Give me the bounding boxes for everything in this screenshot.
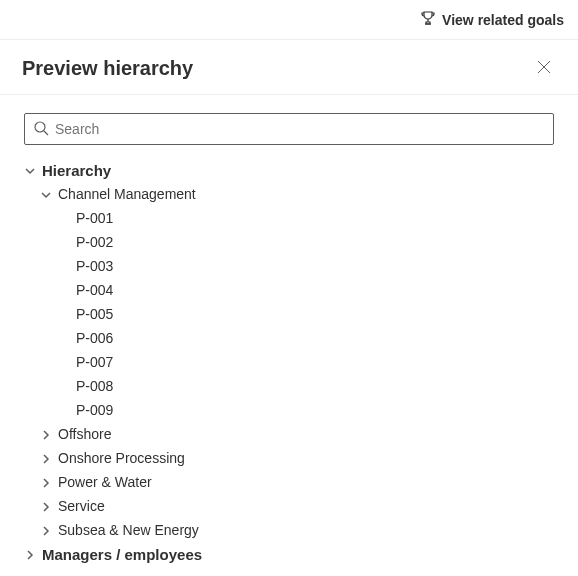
- close-icon: [537, 60, 551, 77]
- chevron-right-icon: [40, 502, 52, 512]
- chevron-right-icon: [40, 454, 52, 464]
- tree-leaf-label: P-006: [76, 327, 113, 351]
- tree-leaf[interactable]: P-007: [24, 351, 554, 375]
- tree-leaf-label: P-008: [76, 375, 113, 399]
- tree-leaf-label: P-003: [76, 255, 113, 279]
- tree-leaf[interactable]: P-009: [24, 399, 554, 423]
- tree-leaf-label: P-001: [76, 207, 113, 231]
- tree-root-managers-employees[interactable]: Managers / employees: [24, 543, 554, 567]
- tree-leaf[interactable]: P-006: [24, 327, 554, 351]
- tree-group-channel-management[interactable]: Channel Management: [24, 183, 554, 207]
- search-input[interactable]: [55, 121, 545, 137]
- chevron-right-icon: [40, 526, 52, 536]
- search-icon: [33, 120, 49, 139]
- tree-leaf[interactable]: P-002: [24, 231, 554, 255]
- tree-leaf[interactable]: P-004: [24, 279, 554, 303]
- tree-root-hierarchy[interactable]: Hierarchy: [24, 159, 554, 183]
- tree-group-onshore-processing[interactable]: Onshore Processing: [24, 447, 554, 471]
- tree-group-label: Subsea & New Energy: [58, 519, 199, 543]
- tree-group-subsea-new-energy[interactable]: Subsea & New Energy: [24, 519, 554, 543]
- tree-leaf-label: P-004: [76, 279, 113, 303]
- chevron-down-icon: [40, 190, 52, 200]
- svg-line-3: [44, 131, 48, 135]
- panel-header: Preview hierarchy: [0, 40, 578, 95]
- tree-group-service[interactable]: Service: [24, 495, 554, 519]
- close-button[interactable]: [532, 56, 556, 80]
- chevron-right-icon: [40, 478, 52, 488]
- tree-group-label: Channel Management: [58, 183, 196, 207]
- tree-group-power-water[interactable]: Power & Water: [24, 471, 554, 495]
- tree-group-label: Onshore Processing: [58, 447, 185, 471]
- tree-leaf[interactable]: P-008: [24, 375, 554, 399]
- tree-group-offshore[interactable]: Offshore: [24, 423, 554, 447]
- chevron-down-icon: [24, 166, 36, 176]
- tree-group-label: Service: [58, 495, 105, 519]
- tree-leaf-label: P-002: [76, 231, 113, 255]
- tree-leaf[interactable]: P-003: [24, 255, 554, 279]
- tree-leaf-label: P-005: [76, 303, 113, 327]
- tree-leaf[interactable]: P-005: [24, 303, 554, 327]
- tree-leaf[interactable]: P-001: [24, 207, 554, 231]
- view-related-goals-label: View related goals: [442, 12, 564, 28]
- tree-root-label: Managers / employees: [42, 542, 202, 568]
- tree-root-label: Hierarchy: [42, 158, 111, 184]
- top-bar: View related goals: [0, 0, 578, 40]
- search-box[interactable]: [24, 113, 554, 145]
- view-related-goals-link[interactable]: View related goals: [420, 10, 564, 29]
- panel-title: Preview hierarchy: [22, 57, 193, 80]
- chevron-right-icon: [40, 430, 52, 440]
- tree-group-label: Offshore: [58, 423, 111, 447]
- panel-body: Hierarchy Channel Management P-001 P-002…: [0, 95, 578, 567]
- trophy-icon: [420, 10, 436, 29]
- tree-group-label: Power & Water: [58, 471, 152, 495]
- tree-leaf-label: P-007: [76, 351, 113, 375]
- hierarchy-tree: Hierarchy Channel Management P-001 P-002…: [24, 159, 554, 567]
- tree-leaf-label: P-009: [76, 399, 113, 423]
- preview-hierarchy-panel: Preview hierarchy: [0, 40, 578, 567]
- svg-point-2: [35, 122, 45, 132]
- chevron-right-icon: [24, 550, 36, 560]
